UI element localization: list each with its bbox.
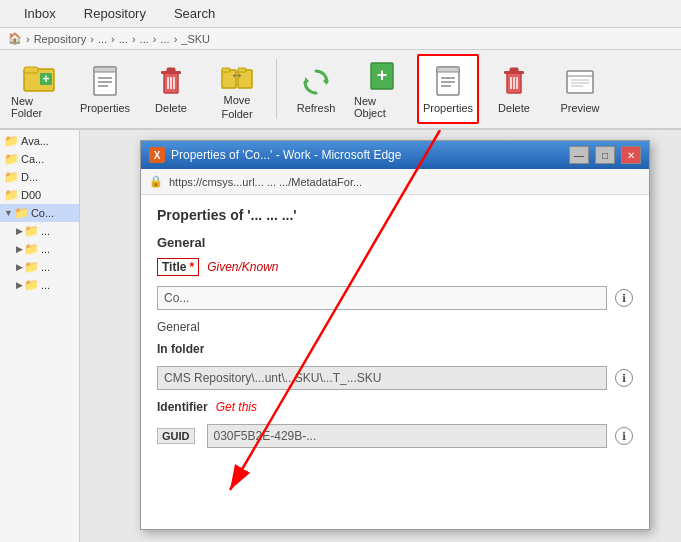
in-folder-input[interactable] xyxy=(157,366,607,390)
breadcrumb-repository[interactable]: Repository xyxy=(34,33,87,45)
refresh-icon xyxy=(298,64,334,100)
svg-rect-11 xyxy=(167,68,175,72)
sidebar-item-2[interactable]: 📁Ca... xyxy=(0,150,79,168)
svg-text:+: + xyxy=(377,65,388,85)
modal-title-text: Properties of 'Co...' - Work - Microsoft… xyxy=(171,148,563,162)
new-object-button[interactable]: + New Object xyxy=(351,54,413,124)
breadcrumb-home[interactable]: 🏠 xyxy=(8,32,22,45)
nav-search[interactable]: Search xyxy=(160,2,229,25)
move-folder-icon: ↔ xyxy=(219,58,255,92)
in-folder-label-row: In folder xyxy=(157,342,633,356)
svg-rect-31 xyxy=(510,68,518,72)
svg-rect-16 xyxy=(222,68,230,72)
identifier-label: Identifier xyxy=(157,400,208,414)
move-folder-label2: Folder xyxy=(221,108,252,120)
preview-label: Preview xyxy=(560,102,599,114)
properties-label-1: Properties xyxy=(80,102,130,114)
properties-icon-2 xyxy=(430,64,466,100)
toolbar: + New Folder Properties xyxy=(0,50,681,130)
title-input-row: ℹ xyxy=(157,286,633,310)
svg-text:+: + xyxy=(42,72,49,86)
svg-rect-1 xyxy=(24,67,38,73)
get-this-annotation: Get this xyxy=(216,400,257,414)
new-folder-button[interactable]: + New Folder xyxy=(8,54,70,124)
breadcrumb-item2[interactable]: ... xyxy=(119,33,128,45)
general-text: General xyxy=(157,320,633,334)
sidebar-subitem-2[interactable]: ▶📁... xyxy=(0,240,79,258)
properties-button-2[interactable]: Properties xyxy=(417,54,479,124)
sidebar-subitem-4[interactable]: ▶📁... xyxy=(0,276,79,294)
title-hint: Given/Known xyxy=(207,260,278,274)
title-info-icon[interactable]: ℹ xyxy=(615,289,633,307)
section-general: General xyxy=(157,235,633,250)
main-area: 📁Ava... 📁Ca... 📁D... 📁D00 ▼📁Co... ▶📁... … xyxy=(0,130,681,542)
breadcrumb-item3[interactable]: ... xyxy=(140,33,149,45)
lock-icon: 🔒 xyxy=(149,175,163,188)
sidebar-item-co[interactable]: ▼📁Co... xyxy=(0,204,79,222)
svg-rect-25 xyxy=(437,67,459,72)
title-input[interactable] xyxy=(157,286,607,310)
modal-minimize-button[interactable]: — xyxy=(569,146,589,164)
guid-label: GUID xyxy=(157,428,195,444)
breadcrumb-item1[interactable]: ... xyxy=(98,33,107,45)
properties-label-2: Properties xyxy=(423,102,473,114)
svg-text:↔: ↔ xyxy=(230,67,244,83)
delete-icon-2 xyxy=(496,64,532,100)
delete-label-1: Delete xyxy=(155,102,187,114)
identifier-input-row: GUID ℹ xyxy=(157,424,633,448)
nav-repository[interactable]: Repository xyxy=(70,2,160,25)
new-folder-icon: + xyxy=(21,59,57,93)
modal-window: X Properties of 'Co...' - Work - Microso… xyxy=(140,140,650,530)
sidebar: 📁Ava... 📁Ca... 📁D... 📁D00 ▼📁Co... ▶📁... … xyxy=(0,130,80,542)
in-folder-label: In folder xyxy=(157,342,204,356)
breadcrumb: 🏠 › Repository › ... › ... › ... › ... ›… xyxy=(0,28,681,50)
sidebar-subitem-1[interactable]: ▶📁... xyxy=(0,222,79,240)
move-folder-button[interactable]: ↔ Move Folder xyxy=(206,54,268,124)
new-folder-label: New Folder xyxy=(11,95,67,119)
refresh-label: Refresh xyxy=(297,102,336,114)
title-label: Title * xyxy=(157,258,199,276)
toolbar-divider-1 xyxy=(276,59,277,119)
sidebar-item-3[interactable]: 📁D... xyxy=(0,168,79,186)
breadcrumb-sku[interactable]: _SKU xyxy=(181,33,210,45)
properties-button-1[interactable]: Properties xyxy=(74,54,136,124)
in-folder-info-icon[interactable]: ℹ xyxy=(615,369,633,387)
modal-content: Properties of '... ... ...' General Titl… xyxy=(141,195,649,529)
svg-marker-21 xyxy=(305,77,309,85)
sidebar-item-4[interactable]: 📁D00 xyxy=(0,186,79,204)
refresh-button[interactable]: Refresh xyxy=(285,54,347,124)
delete-icon-1 xyxy=(153,64,189,100)
sidebar-subitem-3[interactable]: ▶📁... xyxy=(0,258,79,276)
preview-icon xyxy=(562,64,598,100)
identifier-label-row: Identifier Get this xyxy=(157,400,633,414)
modal-title-icon: X xyxy=(149,147,165,163)
identifier-info-icon[interactable]: ℹ xyxy=(615,427,633,445)
svg-rect-35 xyxy=(567,71,593,93)
properties-icon-1 xyxy=(87,64,123,100)
delete-button-2[interactable]: Delete xyxy=(483,54,545,124)
new-object-icon: + xyxy=(364,59,400,93)
breadcrumb-item4[interactable]: ... xyxy=(160,33,169,45)
delete-label-2: Delete xyxy=(498,102,530,114)
modal-maximize-button[interactable]: □ xyxy=(595,146,615,164)
sidebar-item-1[interactable]: 📁Ava... xyxy=(0,132,79,150)
modal-heading: Properties of '... ... ...' xyxy=(157,207,633,223)
address-bar: 🔒 https://cmsys...url... ... .../Metadat… xyxy=(141,169,649,195)
content-area: X Properties of 'Co...' - Work - Microso… xyxy=(80,130,681,542)
top-nav: Inbox Repository Search xyxy=(0,0,681,28)
address-text: https://cmsys...url... ... .../MetadataF… xyxy=(169,176,641,188)
modal-titlebar: X Properties of 'Co...' - Work - Microso… xyxy=(141,141,649,169)
identifier-input[interactable] xyxy=(207,424,608,448)
modal-close-button[interactable]: ✕ xyxy=(621,146,641,164)
in-folder-input-row: ℹ xyxy=(157,366,633,390)
move-folder-label: Move xyxy=(224,94,251,106)
delete-button-1[interactable]: Delete xyxy=(140,54,202,124)
preview-button[interactable]: Preview xyxy=(549,54,611,124)
title-field-row: Title * Given/Known xyxy=(157,258,633,276)
svg-rect-5 xyxy=(94,67,116,72)
nav-inbox[interactable]: Inbox xyxy=(10,2,70,25)
new-object-label: New Object xyxy=(354,95,410,119)
